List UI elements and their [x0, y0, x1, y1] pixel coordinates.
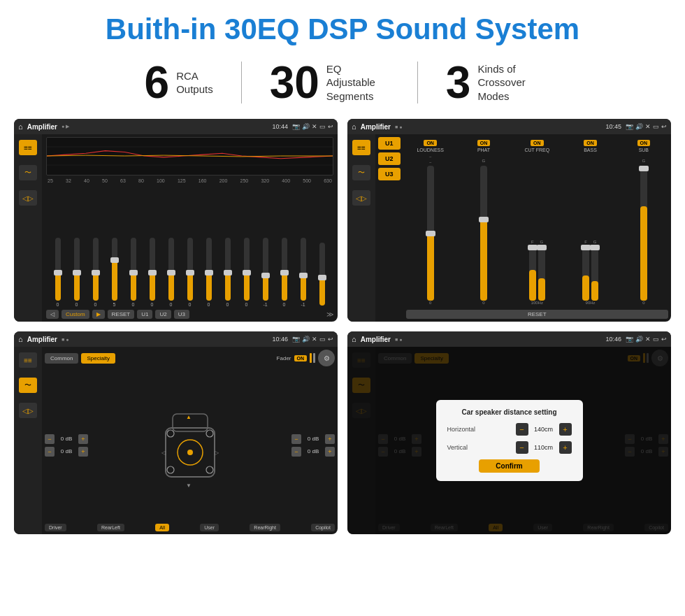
eq-slider-0: 0 [49, 238, 66, 307]
sub-slider[interactable] [640, 166, 647, 301]
right-db-row-2: − 0 dB + [291, 447, 335, 457]
fader-main-content: Common Specialty Fader ON ⚙ [42, 347, 338, 534]
crossover-time: 10:45 [605, 123, 621, 130]
loudness-slider[interactable] [427, 166, 434, 301]
left-db-plus-2[interactable]: + [78, 447, 88, 457]
confirm-button[interactable]: Confirm [479, 459, 539, 473]
right-db-minus-2[interactable]: − [291, 447, 301, 457]
dialog-horizontal-label: Horizontal [447, 426, 476, 433]
left-db-minus-1[interactable]: − [45, 434, 55, 444]
crossover-sidebar-wave-icon[interactable]: 〜 [352, 165, 370, 180]
dialog-horizontal-minus[interactable]: − [516, 423, 528, 436]
dialog-topbar-icons: 📷🔊✕▭↩ [626, 336, 667, 343]
eq-reset-button[interactable]: RESET [108, 310, 135, 319]
eq-prev-button[interactable]: ◁ [46, 310, 59, 319]
crossover-topbar: ⌂ Amplifier ■ ● 10:45 📷🔊✕▭↩ [347, 119, 671, 134]
eq-slider-3: 5 [106, 238, 123, 307]
crossover-home-icon[interactable]: ⌂ [352, 122, 356, 131]
speaker-sidebar: ≡≡ 〜 ◁▷ [14, 347, 42, 534]
eq-preset-label: Custom [62, 310, 89, 319]
crossover-sidebar-vol-icon[interactable]: ◁▷ [352, 190, 370, 206]
eq-slider-7: 0 [181, 238, 199, 307]
stat-rca-label: RCAOutputs [176, 69, 213, 96]
left-db-row-2: − 0 dB + [45, 447, 88, 457]
dialog-vertical-plus[interactable]: + [559, 441, 572, 454]
fader-common-tab[interactable]: Common [45, 353, 78, 364]
svg-text:◁: ◁ [161, 450, 166, 456]
fader-specialty-tab[interactable]: Specialty [81, 353, 115, 364]
left-db-minus-2[interactable]: − [45, 447, 55, 457]
eq-title: Amplifier [27, 123, 57, 131]
right-db-plus-1[interactable]: + [325, 434, 335, 444]
dialog-horizontal-plus[interactable]: + [559, 423, 572, 436]
eq-sidebar-wave-icon[interactable]: 〜 [19, 165, 37, 180]
eq-sidebar-vol-icon[interactable]: ◁▷ [19, 190, 37, 206]
crossover-u2-button[interactable]: U2 [378, 152, 401, 165]
left-db-plus-1[interactable]: + [78, 434, 88, 444]
eq-u3-button[interactable]: U3 [174, 310, 189, 319]
dialog-vertical-minus[interactable]: − [516, 441, 528, 454]
eq-slider-5: 0 [143, 238, 161, 307]
speaker-settings-icon[interactable]: ⚙ [318, 350, 335, 366]
loudness-on-badge: ON [424, 140, 437, 146]
crossover-sidebar-eq-icon[interactable]: ≡≡ [352, 140, 370, 155]
dialog-vertical-label: Vertical [447, 444, 468, 451]
rearright-button[interactable]: RearRight [250, 524, 280, 531]
eq-slider-1: 0 [68, 238, 85, 307]
home-icon[interactable]: ⌂ [18, 122, 23, 131]
eq-sidebar: ≡≡ 〜 ◁▷ [14, 134, 42, 322]
svg-point-7 [167, 430, 174, 437]
speaker-topbar: ⌂ Amplifier ■ ● 10:46 📷🔊✕▭↩ [14, 331, 338, 347]
right-db-plus-2[interactable]: + [325, 447, 335, 457]
stat-eq-label: EQ AdjustableSegments [326, 62, 389, 103]
eq-u2-button[interactable]: U2 [155, 310, 171, 319]
eq-slider-6: 0 [162, 238, 180, 307]
eq-topbar: ⌂ Amplifier ● ▶ 10:44 📷🔊✕▭↩ [14, 119, 338, 134]
eq-body: ≡≡ 〜 ◁▷ [14, 134, 338, 322]
speaker-left-panel: − 0 dB + − 0 dB + [45, 369, 88, 521]
phat-label: PHAT [477, 148, 490, 152]
crossover-body: ≡≡ 〜 ◁▷ U1 U2 U3 ON LOUDNESS ~ [347, 134, 671, 322]
speaker-sidebar-eq-icon[interactable]: ≡≡ [19, 352, 37, 368]
crossover-u3-button[interactable]: U3 [378, 168, 401, 180]
eq-u1-button[interactable]: U1 [137, 310, 152, 319]
copilot-button[interactable]: Copilot [311, 524, 335, 531]
user-button[interactable]: User [200, 524, 219, 531]
crossover-main-content: ON LOUDNESS ~ ~ 0 [403, 134, 671, 322]
sub-on-badge: ON [637, 140, 651, 146]
speaker-distance-dialog: Car speaker distance setting Horizontal … [347, 347, 671, 534]
left-db-val-2: 0 dB [57, 448, 76, 454]
rearleft-button[interactable]: RearLeft [97, 524, 124, 531]
eq-slider-12: 0 [275, 238, 293, 307]
right-db-row-1: − 0 dB + [291, 434, 335, 444]
dialog-box: Car speaker distance setting Horizontal … [436, 400, 583, 481]
dialog-horizontal-value: 140cm [531, 426, 556, 433]
phat-on-badge: ON [477, 140, 491, 146]
right-db-minus-1[interactable]: − [291, 434, 301, 444]
speaker-sidebar-vol-icon[interactable]: ◁▷ [19, 403, 37, 418]
dialog-horizontal-ctrl: − 140cm + [516, 423, 572, 436]
left-db-val-1: 0 dB [57, 436, 76, 442]
dialog-screen: ⌂ Amplifier ■ ● 10:46 📷🔊✕▭↩ ≡≡ 〜 ◁▷ Comm… [347, 331, 671, 534]
fader-on-badge: ON [294, 355, 308, 361]
crossover-u1-button[interactable]: U1 [378, 137, 401, 150]
cutfreq-label: CUT FREQ [524, 148, 549, 152]
all-button[interactable]: All [155, 524, 169, 531]
speaker-home-icon[interactable]: ⌂ [18, 335, 23, 343]
eq-main-content: 253240506380100125160200250320400500630 … [42, 134, 338, 322]
dialog-home-icon[interactable]: ⌂ [352, 335, 356, 343]
eq-slider-11: -1 [257, 238, 274, 307]
svg-point-10 [206, 466, 213, 473]
phat-slider[interactable] [480, 166, 487, 301]
eq-slider-9: 0 [219, 238, 236, 307]
crossover-reset-button[interactable]: RESET [406, 310, 668, 319]
cutfreq-on-badge: ON [531, 140, 544, 146]
eq-play-button[interactable]: ▶ [92, 310, 105, 319]
speaker-sidebar-wave-icon[interactable]: 〜 [19, 378, 37, 393]
speaker-diagram-layout: − 0 dB + − 0 dB + [45, 369, 335, 521]
crossover-cutfreq-col: ON CUT FREQ F G [512, 140, 561, 305]
stat-eq: 30 EQ AdjustableSegments [242, 60, 417, 105]
eq-sidebar-eq-icon[interactable]: ≡≡ [19, 140, 37, 155]
svg-point-6 [187, 450, 193, 455]
driver-button[interactable]: Driver [45, 524, 66, 531]
